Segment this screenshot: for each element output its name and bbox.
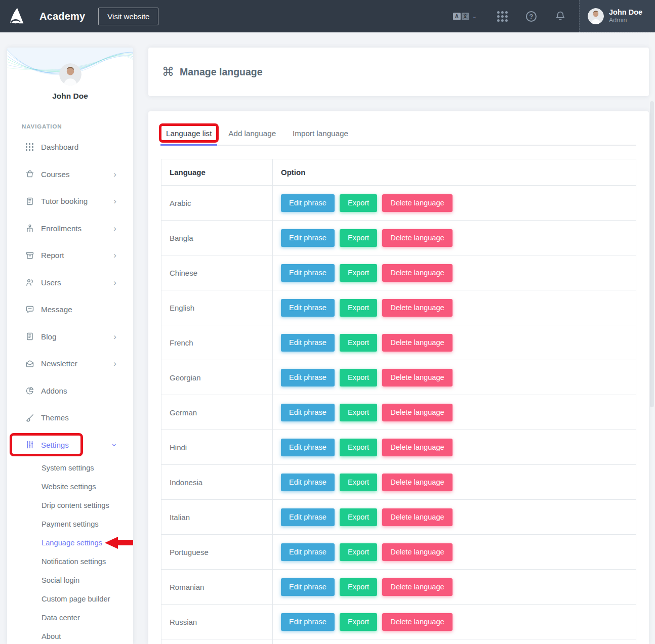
sidebar-subitem-custom-page-builder[interactable]: Custom page builder <box>7 589 133 608</box>
export-button[interactable]: Export <box>340 439 377 456</box>
export-button[interactable]: Export <box>340 299 377 317</box>
edit-phrase-button[interactable]: Edit phrase <box>281 508 335 526</box>
academy-logo-icon[interactable] <box>7 6 27 26</box>
edit-phrase-button[interactable]: Edit phrase <box>281 194 335 212</box>
export-button[interactable]: Export <box>340 613 377 631</box>
sidebar-subitem-payment-settings[interactable]: Payment settings <box>7 514 133 533</box>
delete-language-button[interactable]: Delete language <box>382 334 452 352</box>
delete-language-button[interactable]: Delete language <box>382 474 452 491</box>
export-button[interactable]: Export <box>340 578 377 596</box>
export-button[interactable]: Export <box>340 508 377 526</box>
edit-phrase-button[interactable]: Edit phrase <box>281 613 335 631</box>
topbar: Academy Visit website A 文 ⌄ ? <box>0 0 655 32</box>
sidebar-item-tutor-booking[interactable]: Tutor booking › <box>7 188 133 215</box>
option-cell: Edit phrase Export Delete language <box>273 605 636 639</box>
sidebar-subitem-notification-settings[interactable]: Notification settings <box>7 552 133 571</box>
sidebar-subitem-drip-content-settings[interactable]: Drip content settings <box>7 496 133 514</box>
language-translate-icon[interactable]: A 文 ⌄ <box>453 13 477 20</box>
delete-language-button[interactable]: Delete language <box>382 229 452 247</box>
table-row: Romanian Edit phrase Export Delete langu… <box>161 570 636 605</box>
sidebar-subitem-data-center[interactable]: Data center <box>7 608 133 627</box>
table-row: Italian Edit phrase Export Delete langua… <box>161 500 636 535</box>
edit-phrase-button[interactable]: Edit phrase <box>281 474 335 491</box>
delete-language-button[interactable]: Delete language <box>382 613 452 631</box>
scrollbar-thumb[interactable] <box>650 101 654 407</box>
export-button[interactable]: Export <box>340 264 377 282</box>
tutor-booking-icon <box>25 197 34 206</box>
tab-language-list[interactable]: Language list <box>161 125 217 142</box>
edit-phrase-button[interactable]: Edit phrase <box>281 299 335 317</box>
export-button[interactable]: Export <box>340 229 377 247</box>
sidebar-item-users[interactable]: Users › <box>7 269 133 296</box>
sidebar-item-courses[interactable]: Courses › <box>7 161 133 188</box>
edit-phrase-button[interactable]: Edit phrase <box>281 439 335 456</box>
apps-grid-icon[interactable] <box>497 11 508 22</box>
tab-add-language[interactable]: Add language <box>223 125 281 142</box>
notifications-bell-icon[interactable] <box>555 11 566 22</box>
sidebar-item-settings[interactable]: Settings › <box>7 432 133 459</box>
delete-language-button[interactable]: Delete language <box>382 543 452 561</box>
delete-language-button[interactable]: Delete language <box>382 369 452 387</box>
language-cell: Russian <box>161 605 273 639</box>
delete-language-button[interactable]: Delete language <box>382 439 452 456</box>
sidebar-subitem-website-settings[interactable]: Website settings <box>7 477 133 496</box>
page-title-card: ⌘ Manage language <box>148 48 649 96</box>
column-header-language: Language <box>161 159 273 186</box>
topbar-user-role: Admin <box>609 17 642 25</box>
delete-language-button[interactable]: Delete language <box>382 508 452 526</box>
sidebar-item-newsletter[interactable]: Newsletter › <box>7 350 133 377</box>
language-manager-card: Language list Add language Import langua… <box>148 111 649 644</box>
delete-language-button[interactable]: Delete language <box>382 578 452 596</box>
export-button[interactable]: Export <box>340 474 377 491</box>
delete-language-button[interactable]: Delete language <box>382 299 452 317</box>
visit-website-button[interactable]: Visit website <box>98 8 158 25</box>
brand-title: Academy <box>39 11 85 22</box>
table-row: Bangla Edit phrase Export Delete languag… <box>161 221 636 255</box>
delete-language-button[interactable]: Delete language <box>382 404 452 421</box>
sidebar-subitem-language-settings[interactable]: Language settings <box>7 533 133 552</box>
chevron-right-icon: › <box>113 278 116 287</box>
tab-import-language[interactable]: Import language <box>288 125 353 142</box>
language-cell: Indonesia <box>161 465 273 500</box>
export-button[interactable]: Export <box>340 334 377 352</box>
option-cell: Edit phrase Export Delete language <box>273 186 636 221</box>
users-icon <box>25 278 34 287</box>
sidebar-item-themes[interactable]: Themes › <box>7 404 133 432</box>
chevron-right-icon: › <box>113 251 116 260</box>
export-button[interactable]: Export <box>340 404 377 421</box>
edit-phrase-button[interactable]: Edit phrase <box>281 334 335 352</box>
table-row: French Edit phrase Export Delete languag… <box>161 325 636 360</box>
option-cell: Edit phrase Export Delete language <box>273 255 636 290</box>
sidebar-item-message[interactable]: Message › <box>7 296 133 323</box>
chevron-right-icon: › <box>113 332 116 341</box>
sidebar-item-report[interactable]: Report › <box>7 242 133 269</box>
export-button[interactable]: Export <box>340 543 377 561</box>
export-button[interactable]: Export <box>340 194 377 212</box>
sidebar-subitem-system-settings[interactable]: System settings <box>7 458 133 477</box>
courses-basket-icon <box>25 169 34 179</box>
delete-language-button[interactable]: Delete language <box>382 264 452 282</box>
edit-phrase-button[interactable]: Edit phrase <box>281 543 335 561</box>
delete-language-button[interactable]: Delete language <box>382 194 452 212</box>
option-cell: Edit phrase Export Delete language <box>273 325 636 360</box>
command-icon: ⌘ <box>162 66 174 78</box>
sidebar-item-blog[interactable]: Blog › <box>7 323 133 351</box>
option-cell: Edit phrase Export Delete language <box>273 360 636 395</box>
edit-phrase-button[interactable]: Edit phrase <box>281 229 335 247</box>
export-button[interactable]: Export <box>340 369 377 387</box>
sidebar-user-avatar <box>59 63 81 85</box>
help-icon[interactable]: ? <box>526 11 537 22</box>
edit-phrase-button[interactable]: Edit phrase <box>281 404 335 421</box>
option-cell: Edit phrase Export Delete language <box>273 430 636 465</box>
table-header-row: Language Option <box>161 159 636 186</box>
edit-phrase-button[interactable]: Edit phrase <box>281 578 335 596</box>
sidebar-item-enrollments[interactable]: Enrollments › <box>7 215 133 242</box>
topbar-user-menu[interactable]: John Doe Admin <box>579 0 655 32</box>
sidebar-subitem-social-login[interactable]: Social login <box>7 571 133 589</box>
scrollbar <box>649 32 655 644</box>
edit-phrase-button[interactable]: Edit phrase <box>281 264 335 282</box>
edit-phrase-button[interactable]: Edit phrase <box>281 369 335 387</box>
sidebar-item-dashboard[interactable]: Dashboard › <box>7 134 133 161</box>
sidebar-subitem-about[interactable]: About <box>7 627 133 644</box>
sidebar-item-addons[interactable]: Addons › <box>7 377 133 405</box>
